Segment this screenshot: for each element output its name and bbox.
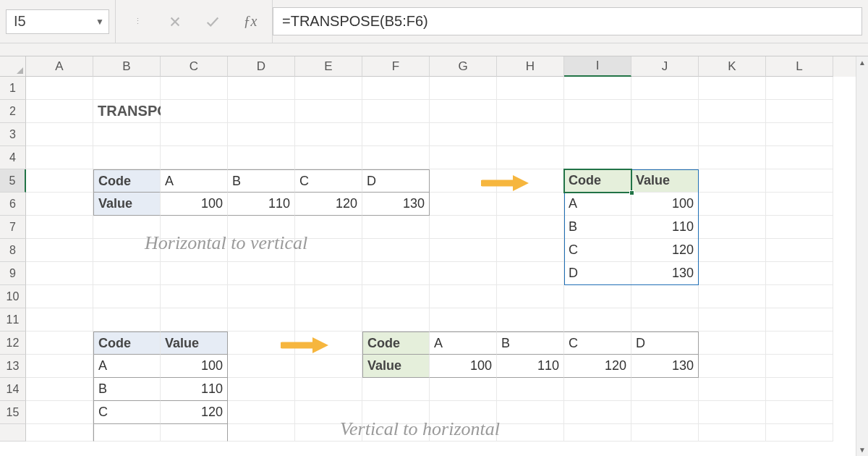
cell[interactable]: C: [564, 332, 631, 355]
cell[interactable]: [430, 77, 497, 100]
row-header[interactable]: 12: [0, 332, 26, 355]
cell[interactable]: [766, 332, 833, 355]
cell[interactable]: [497, 262, 564, 285]
cell[interactable]: [766, 262, 833, 285]
cell[interactable]: [295, 332, 362, 355]
cell[interactable]: B: [564, 216, 631, 239]
cell[interactable]: [699, 216, 766, 239]
cell[interactable]: [228, 308, 295, 332]
cell[interactable]: [362, 262, 430, 285]
cell[interactable]: [362, 378, 430, 401]
cell[interactable]: 120: [161, 401, 228, 424]
cell[interactable]: [161, 285, 228, 308]
cell[interactable]: 100: [161, 355, 228, 378]
cell[interactable]: [362, 401, 430, 424]
cell[interactable]: [699, 285, 766, 308]
cell[interactable]: D: [631, 332, 699, 355]
cell[interactable]: [161, 100, 228, 123]
cell[interactable]: [161, 123, 228, 146]
cell[interactable]: [295, 77, 362, 100]
cell[interactable]: [161, 262, 228, 285]
cell[interactable]: [161, 216, 228, 239]
cell[interactable]: [631, 424, 699, 442]
cell[interactable]: [93, 308, 161, 332]
cell[interactable]: Code: [362, 332, 430, 355]
cancel-formula-icon[interactable]: [166, 13, 184, 30]
cell[interactable]: [161, 146, 228, 169]
cell[interactable]: 110: [228, 193, 295, 216]
cell[interactable]: [766, 193, 833, 216]
row-header[interactable]: [0, 424, 26, 442]
cell[interactable]: [362, 216, 430, 239]
cell[interactable]: A: [564, 193, 631, 216]
name-box[interactable]: I5 ▼: [6, 9, 109, 34]
cell[interactable]: 110: [631, 216, 699, 239]
scroll-down-icon[interactable]: ▼: [856, 444, 868, 456]
cell[interactable]: [766, 355, 833, 378]
cell[interactable]: [161, 424, 228, 442]
cell[interactable]: [362, 285, 430, 308]
cell[interactable]: [497, 239, 564, 262]
cell[interactable]: [699, 123, 766, 146]
cell[interactable]: [766, 378, 833, 401]
cell[interactable]: 130: [631, 262, 699, 285]
cell[interactable]: [430, 216, 497, 239]
cell[interactable]: [497, 193, 564, 216]
cell[interactable]: [631, 77, 699, 100]
cell[interactable]: [564, 100, 631, 123]
cell[interactable]: [497, 401, 564, 424]
cell[interactable]: [699, 193, 766, 216]
cell[interactable]: [295, 285, 362, 308]
cell[interactable]: [228, 123, 295, 146]
cell[interactable]: 100: [161, 193, 228, 216]
cell[interactable]: [228, 424, 295, 442]
cell[interactable]: 130: [362, 193, 430, 216]
cell[interactable]: [766, 216, 833, 239]
cell[interactable]: [631, 100, 699, 123]
cell[interactable]: [699, 355, 766, 378]
cell[interactable]: 130: [631, 355, 699, 378]
cell[interactable]: [564, 378, 631, 401]
cell[interactable]: [430, 100, 497, 123]
cell[interactable]: C: [564, 239, 631, 262]
row-header[interactable]: 11: [0, 308, 26, 332]
cell[interactable]: [362, 146, 430, 169]
cell[interactable]: C: [93, 401, 161, 424]
row-header[interactable]: 13: [0, 355, 26, 378]
row-header[interactable]: 8: [0, 239, 26, 262]
cell[interactable]: [497, 424, 564, 442]
cell[interactable]: [430, 146, 497, 169]
row-header[interactable]: 6: [0, 193, 26, 216]
cell[interactable]: [26, 146, 93, 169]
cell[interactable]: [295, 355, 362, 378]
cell[interactable]: [699, 308, 766, 332]
cell[interactable]: 120: [295, 193, 362, 216]
cell[interactable]: [497, 378, 564, 401]
cell[interactable]: [430, 285, 497, 308]
cell[interactable]: [631, 401, 699, 424]
cell[interactable]: [766, 308, 833, 332]
worksheet[interactable]: A B C D E F G H I J K L 1 2 TRANSPOSE fu…: [0, 56, 868, 456]
cell[interactable]: [295, 401, 362, 424]
cell[interactable]: [362, 77, 430, 100]
cell[interactable]: Value: [93, 193, 161, 216]
cell[interactable]: [26, 123, 93, 146]
cell[interactable]: [766, 169, 833, 193]
row-header[interactable]: 10: [0, 285, 26, 308]
cell[interactable]: [26, 239, 93, 262]
cell[interactable]: [430, 193, 497, 216]
cell[interactable]: [564, 77, 631, 100]
cell[interactable]: [26, 193, 93, 216]
name-box-dropdown-icon[interactable]: ▼: [95, 17, 104, 27]
cell[interactable]: [766, 285, 833, 308]
cell[interactable]: [699, 169, 766, 193]
cell[interactable]: [362, 424, 430, 442]
cell[interactable]: [631, 146, 699, 169]
cell[interactable]: [362, 123, 430, 146]
cell[interactable]: [430, 378, 497, 401]
cell[interactable]: [295, 216, 362, 239]
cell[interactable]: [161, 239, 228, 262]
enter-formula-icon[interactable]: [204, 13, 221, 30]
cell[interactable]: [26, 262, 93, 285]
cell[interactable]: [228, 239, 295, 262]
